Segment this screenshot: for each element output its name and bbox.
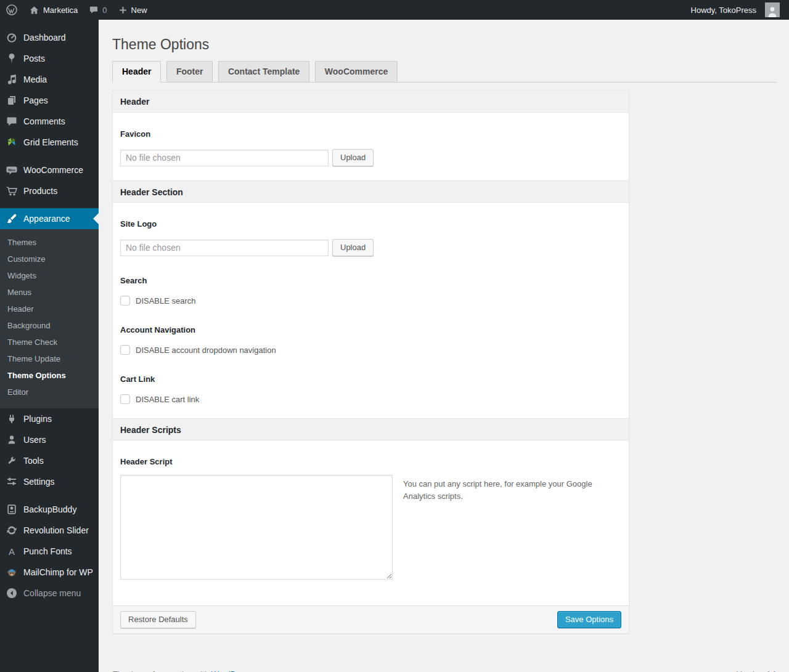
- cart-link-label: Cart Link: [120, 374, 621, 384]
- main-content: Theme Options Header Footer Contact Temp…: [99, 20, 789, 672]
- tab-contact-template[interactable]: Contact Template: [218, 61, 309, 83]
- search-label: Search: [120, 276, 621, 285]
- users-icon: [6, 434, 18, 446]
- new-label: New: [131, 6, 147, 15]
- settings-icon: [6, 476, 18, 488]
- comments-icon: [6, 115, 18, 128]
- wordpress-logo-icon: [6, 4, 18, 16]
- sidebar-item-appearance[interactable]: Appearance: [0, 208, 99, 229]
- section-body-header-scripts: Header Script You can put any script her…: [113, 440, 629, 605]
- tab-header[interactable]: Header: [112, 61, 161, 83]
- sidebar-item-dashboard[interactable]: Dashboard: [0, 27, 99, 48]
- menu-separator: [0, 201, 99, 208]
- sidebar-subitem-themes[interactable]: Themes: [0, 234, 99, 251]
- sidebar-subitem-theme-check[interactable]: Theme Check: [0, 334, 99, 350]
- sidebar-item-punch-fonts[interactable]: A Punch Fonts: [0, 541, 99, 562]
- sidebar-item-label: BackupBuddy: [23, 504, 76, 514]
- collapse-icon: [6, 587, 18, 599]
- sidebar-item-label: Comments: [23, 116, 65, 126]
- favicon-upload-button[interactable]: Upload: [332, 149, 374, 166]
- appearance-submenu: Themes Customize Widgets Menus Header Ba…: [0, 229, 99, 408]
- wordpress-link[interactable]: WordPress: [211, 670, 250, 672]
- header-script-textarea[interactable]: [120, 475, 393, 580]
- disable-cart-link-label: DISABLE cart link: [136, 395, 199, 404]
- collapse-menu-button[interactable]: Collapse menu: [0, 583, 99, 604]
- sidebar-subitem-customize[interactable]: Customize: [0, 251, 99, 267]
- section-heading-header-section: Header Section: [113, 180, 629, 203]
- sidebar-item-settings[interactable]: Settings: [0, 471, 99, 492]
- sidebar-item-plugins[interactable]: Plugins: [0, 408, 99, 429]
- sidebar-subitem-widgets[interactable]: Widgets: [0, 267, 99, 284]
- favicon-file-input[interactable]: [120, 150, 329, 166]
- sidebar-subitem-theme-update[interactable]: Theme Update: [0, 350, 99, 367]
- site-name: Marketica: [43, 6, 78, 15]
- admin-bar: Marketica 0 New Howdy, TokoPress: [0, 0, 789, 20]
- sidebar-subitem-editor[interactable]: Editor: [0, 384, 99, 400]
- grid-elements-icon: [6, 136, 18, 148]
- section-heading-header: Header: [113, 91, 629, 113]
- brush-icon: [6, 213, 18, 225]
- page-title: Theme Options: [112, 20, 777, 54]
- sidebar-item-backupbuddy[interactable]: BackupBuddy: [0, 499, 99, 520]
- page-footer: Thank you for creating with WordPress. V…: [112, 670, 777, 672]
- account-menu[interactable]: Howdy, TokoPress: [685, 2, 785, 17]
- sidebar-item-posts[interactable]: Posts: [0, 48, 99, 69]
- tab-footer[interactable]: Footer: [166, 61, 213, 83]
- pin-icon: [6, 52, 18, 65]
- site-logo-file-input[interactable]: [120, 240, 329, 256]
- sidebar-item-pages[interactable]: Pages: [0, 90, 99, 111]
- home-icon: [29, 5, 39, 15]
- sidebar-item-products[interactable]: Products: [0, 180, 99, 201]
- menu-separator: [0, 153, 99, 160]
- sidebar-item-tools[interactable]: Tools: [0, 450, 99, 471]
- plug-icon: [6, 413, 18, 425]
- sidebar-item-mailchimp[interactable]: MailChimp for WP: [0, 562, 99, 583]
- sidebar-item-label: Products: [23, 186, 57, 196]
- sidebar-item-label: Posts: [23, 54, 45, 63]
- disable-account-nav-checkbox[interactable]: [120, 345, 130, 355]
- site-menu[interactable]: Marketica: [23, 0, 83, 20]
- header-script-description: You can put any script here, for example…: [403, 478, 592, 503]
- comments-menu[interactable]: 0: [83, 0, 112, 20]
- sidebar-subitem-menus[interactable]: Menus: [0, 284, 99, 301]
- sidebar-item-label: Grid Elements: [23, 137, 78, 147]
- media-icon: [6, 73, 18, 86]
- sidebar-item-comments[interactable]: Comments: [0, 111, 99, 132]
- svg-text:Woo: Woo: [8, 168, 16, 172]
- sidebar-item-grid-elements[interactable]: Grid Elements: [0, 132, 99, 153]
- version-text: Version 4.1: [737, 670, 777, 672]
- sidebar-item-media[interactable]: Media: [0, 69, 99, 90]
- sidebar-item-label: Plugins: [23, 414, 52, 424]
- plus-icon: [118, 6, 128, 15]
- new-menu[interactable]: New: [113, 0, 153, 20]
- section-body-header-section: Site Logo Upload Search DISABLE search A…: [113, 203, 629, 418]
- site-logo-upload-button[interactable]: Upload: [332, 239, 374, 256]
- header-script-label: Header Script: [120, 457, 621, 466]
- dashboard-icon: [6, 31, 18, 44]
- sidebar-item-users[interactable]: Users: [0, 429, 99, 450]
- sidebar-subitem-theme-options[interactable]: Theme Options: [0, 367, 99, 384]
- revolution-slider-icon: [6, 524, 18, 536]
- punch-fonts-icon: A: [6, 545, 18, 557]
- comment-bubble-icon: [89, 5, 99, 15]
- favicon-label: Favicon: [120, 129, 621, 139]
- sidebar-item-revolution-slider[interactable]: Revolution Slider: [0, 520, 99, 541]
- sidebar-item-label: Users: [23, 435, 46, 445]
- theme-options-tabs: Header Footer Contact Template WooCommer…: [112, 61, 777, 83]
- sidebar-item-woocommerce[interactable]: Woo WooCommerce: [0, 160, 99, 180]
- disable-cart-link-checkbox[interactable]: [120, 394, 130, 404]
- sidebar-subitem-background[interactable]: Background: [0, 317, 99, 334]
- footer-thanks: Thank you for creating with WordPress.: [112, 670, 253, 672]
- wrench-icon: [6, 455, 18, 467]
- wp-logo-menu[interactable]: [0, 0, 23, 20]
- sidebar-item-label: Punch Fonts: [23, 546, 72, 556]
- panel-footer: Restore Defaults Save Options: [113, 605, 629, 633]
- tab-woocommerce[interactable]: WooCommerce: [315, 61, 398, 83]
- account-navigation-label: Account Navigation: [120, 325, 621, 334]
- sidebar-item-label: Revolution Slider: [23, 525, 89, 535]
- restore-defaults-button[interactable]: Restore Defaults: [120, 611, 196, 628]
- sidebar-subitem-header[interactable]: Header: [0, 301, 99, 317]
- site-logo-label: Site Logo: [120, 219, 621, 229]
- save-options-button[interactable]: Save Options: [557, 611, 621, 628]
- disable-search-checkbox[interactable]: [120, 296, 130, 306]
